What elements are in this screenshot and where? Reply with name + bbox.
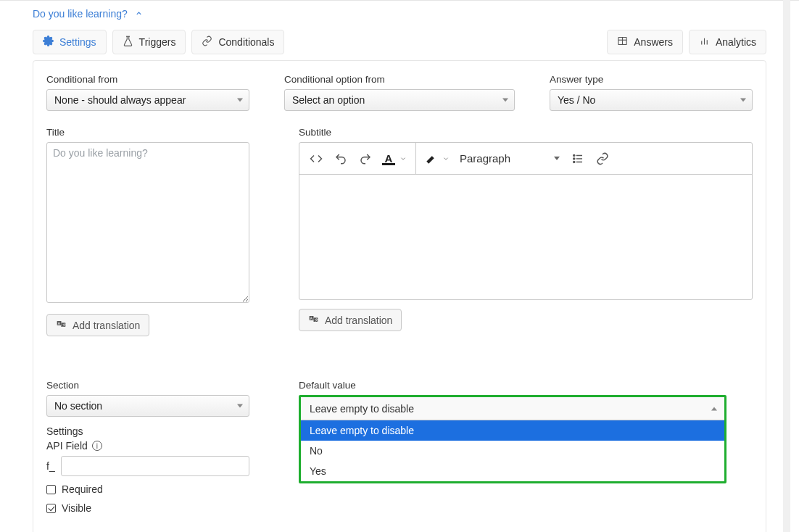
default-value-label: Default value: [299, 380, 726, 391]
svg-point-17: [574, 161, 575, 162]
breadcrumb-title[interactable]: Do you like learning?: [33, 8, 128, 20]
conditional-from-value: None - should always appear: [54, 94, 186, 106]
api-field-input[interactable]: [61, 456, 249, 476]
required-checkbox-row[interactable]: Required: [46, 483, 249, 495]
tab-settings[interactable]: Settings: [33, 30, 107, 54]
required-label: Required: [62, 483, 103, 495]
translate-icon: A文: [308, 314, 319, 326]
tab-analytics[interactable]: Analytics: [689, 30, 766, 54]
chevron-down-icon: [442, 155, 450, 162]
gear-icon: [43, 36, 54, 49]
add-translation-title-label: Add translation: [73, 320, 140, 331]
link-icon: [202, 36, 212, 49]
conditional-from-label: Conditional from: [46, 74, 249, 85]
default-value-selected-text: Leave empty to disable: [310, 403, 414, 415]
conditional-option-from-select[interactable]: Select an option: [284, 89, 515, 111]
code-view-button[interactable]: [304, 146, 328, 171]
conditional-option-from-value: Select an option: [292, 94, 365, 106]
chevron-down-icon: [237, 99, 243, 102]
default-value-dropdown[interactable]: Leave empty to disable Leave empty to di…: [299, 395, 726, 483]
chevron-down-icon: [502, 99, 508, 102]
default-value-selected[interactable]: Leave empty to disable: [301, 397, 724, 420]
answer-type-value: Yes / No: [558, 94, 595, 106]
default-value-options-list: Leave empty to disable No Yes: [301, 420, 724, 481]
highlight-color-button[interactable]: [421, 152, 454, 165]
chevron-up-icon: [135, 8, 143, 20]
tab-analytics-label: Analytics: [716, 36, 756, 48]
chevron-up-icon: [711, 407, 717, 410]
tab-triggers[interactable]: Triggers: [112, 30, 186, 54]
default-value-option[interactable]: Yes: [301, 461, 724, 481]
tab-answers-label: Answers: [634, 36, 673, 48]
breadcrumb[interactable]: Do you like learning?: [15, 1, 784, 24]
visible-checkbox-row[interactable]: Visible: [46, 502, 249, 514]
chevron-down-icon: [554, 157, 560, 160]
answer-type-select[interactable]: Yes / No: [550, 89, 753, 111]
tab-settings-label: Settings: [59, 36, 96, 48]
chevron-down-icon: [400, 155, 407, 162]
paragraph-style-select[interactable]: Paragraph: [454, 146, 566, 171]
checkbox-checked-icon: [46, 504, 56, 513]
table-icon: [617, 36, 628, 49]
tab-triggers-label: Triggers: [139, 36, 176, 48]
add-translation-subtitle-button[interactable]: A文 Add translation: [299, 309, 402, 331]
chevron-down-icon: [237, 404, 243, 408]
svg-text:文: 文: [315, 317, 318, 322]
settings-label: Settings: [46, 425, 249, 437]
conditional-option-from-label: Conditional option from: [284, 74, 515, 85]
bullet-list-button[interactable]: [566, 146, 590, 171]
subtitle-label: Subtitle: [299, 127, 753, 138]
section-value: No section: [54, 400, 102, 412]
subtitle-editor[interactable]: A: [299, 142, 753, 300]
insert-link-button[interactable]: [590, 146, 615, 171]
title-textarea[interactable]: [46, 142, 249, 303]
flask-icon: [123, 36, 133, 49]
default-value-option[interactable]: No: [301, 441, 724, 461]
tab-conditionals-label: Conditionals: [218, 36, 274, 48]
info-icon[interactable]: i: [92, 441, 102, 451]
svg-point-16: [574, 157, 575, 159]
text-color-button[interactable]: A: [378, 152, 411, 165]
tab-answers[interactable]: Answers: [607, 30, 683, 54]
subtitle-editor-body[interactable]: [299, 175, 752, 299]
chevron-down-icon: [740, 99, 746, 102]
section-label: Section: [46, 380, 249, 391]
translate-icon: A文: [56, 319, 67, 331]
api-field-prefix: f_: [46, 460, 55, 472]
undo-button[interactable]: [328, 146, 353, 171]
add-translation-title-button[interactable]: A文 Add translation: [46, 314, 149, 336]
add-translation-subtitle-label: Add translation: [325, 315, 392, 326]
default-value-option[interactable]: Leave empty to disable: [301, 420, 724, 441]
conditional-from-select[interactable]: None - should always appear: [46, 89, 249, 111]
paragraph-style-label: Paragraph: [460, 152, 510, 165]
checkbox-icon: [46, 485, 56, 494]
scrollbar[interactable]: [783, 0, 790, 532]
section-select[interactable]: No section: [46, 395, 249, 417]
svg-point-15: [574, 154, 575, 156]
title-label: Title: [46, 127, 264, 138]
svg-text:文: 文: [62, 323, 66, 327]
api-field-label: API Field: [46, 440, 88, 452]
redo-button[interactable]: [353, 146, 378, 171]
highlighter-icon: [425, 152, 438, 165]
answer-type-label: Answer type: [550, 74, 753, 85]
chart-icon: [699, 36, 710, 49]
tab-conditionals[interactable]: Conditionals: [191, 30, 284, 54]
visible-label: Visible: [62, 502, 91, 514]
